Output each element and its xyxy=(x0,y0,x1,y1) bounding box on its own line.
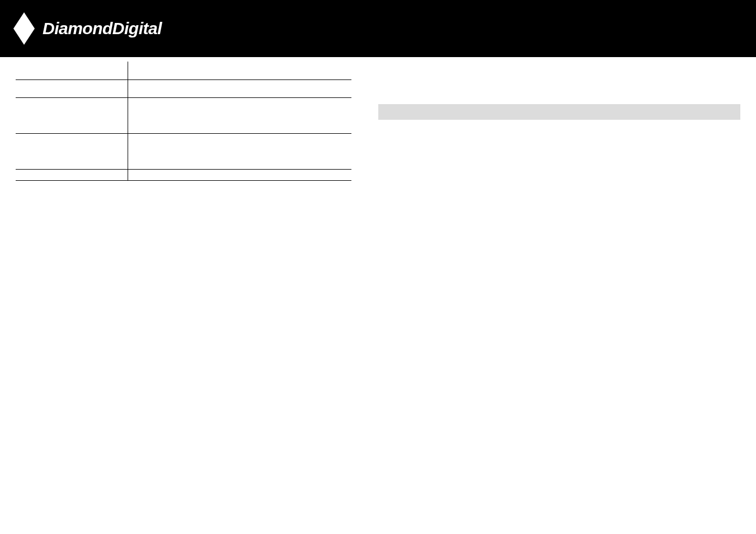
page-header: DiamondDigital xyxy=(0,0,756,57)
svg-marker-0 xyxy=(13,12,35,45)
brand-name: DiamondDigital xyxy=(43,19,162,38)
table-row xyxy=(16,79,351,97)
left-column xyxy=(16,62,351,181)
content-area xyxy=(0,57,756,181)
spec-label-cell xyxy=(16,97,128,133)
table-row xyxy=(16,169,351,180)
right-column xyxy=(378,62,740,181)
spec-label-cell xyxy=(16,79,128,97)
diamond-icon xyxy=(13,12,35,45)
spec-label-cell xyxy=(16,62,128,79)
spec-table xyxy=(16,62,351,181)
table-row xyxy=(16,133,351,169)
spec-value-cell xyxy=(128,97,351,133)
table-row xyxy=(16,62,351,79)
spec-value-cell xyxy=(128,79,351,97)
spec-label-cell xyxy=(16,169,128,180)
spec-label-cell xyxy=(16,133,128,169)
spec-value-cell xyxy=(128,133,351,169)
table-row xyxy=(16,97,351,133)
section-bar xyxy=(378,104,740,120)
spec-value-cell xyxy=(128,62,351,79)
spec-value-cell xyxy=(128,169,351,180)
